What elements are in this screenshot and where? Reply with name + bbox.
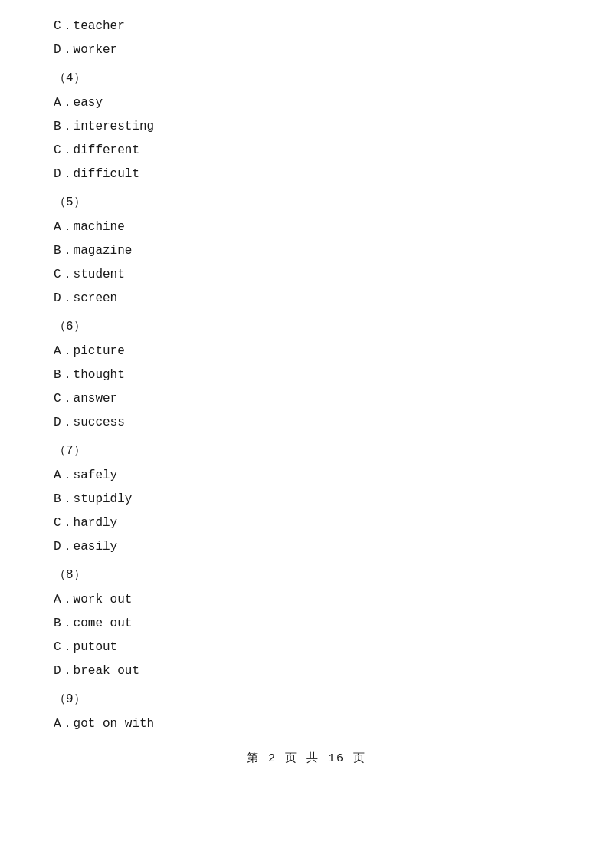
- section-number: （8）: [54, 564, 567, 587]
- option-item: C．different: [54, 140, 567, 162]
- option-item: A．picture: [54, 340, 567, 363]
- option-item: D．worker: [54, 39, 567, 61]
- option-item: D．break out: [54, 660, 567, 682]
- option-item: A．work out: [54, 589, 567, 611]
- page-footer: 第 2 页 共 16 页: [46, 751, 567, 765]
- section-number: （7）: [54, 440, 567, 462]
- option-item: A．easy: [54, 92, 567, 114]
- section-number: （5）: [54, 192, 567, 214]
- option-item: C．answer: [54, 388, 567, 410]
- option-item: C．teacher: [54, 15, 567, 38]
- option-item: B．stupidly: [54, 488, 567, 511]
- option-item: A．machine: [54, 216, 567, 238]
- section-number: （9）: [54, 689, 567, 711]
- option-item: C．hardly: [54, 512, 567, 534]
- option-item: B．magazine: [54, 240, 567, 262]
- section-number: （6）: [54, 316, 567, 338]
- option-item: B．thought: [54, 364, 567, 386]
- option-item: A．safely: [54, 465, 567, 487]
- option-item: D．difficult: [54, 163, 567, 186]
- option-item: B．come out: [54, 613, 567, 635]
- option-item: B．interesting: [54, 116, 567, 138]
- option-item: D．easily: [54, 536, 567, 558]
- option-item: A．got on with: [54, 713, 567, 735]
- option-item: C．student: [54, 264, 567, 286]
- section-number: （4）: [54, 67, 567, 90]
- main-content: C．teacherD．worker（4）A．easyB．interestingC…: [46, 15, 567, 735]
- option-item: C．putout: [54, 636, 567, 659]
- option-item: D．screen: [54, 288, 567, 310]
- option-item: D．success: [54, 412, 567, 434]
